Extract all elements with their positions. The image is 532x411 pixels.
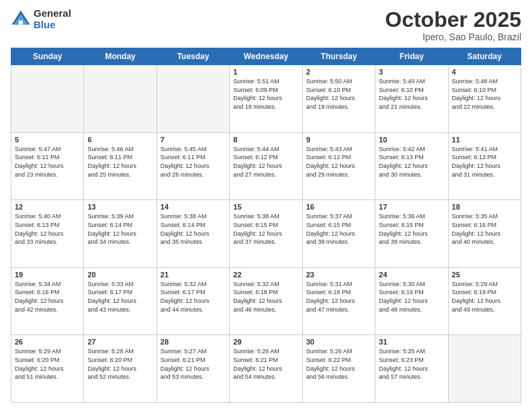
table-row: 17Sunrise: 5:36 AM Sunset: 6:15 PM Dayli… xyxy=(375,200,448,268)
day-number: 7 xyxy=(161,136,226,144)
day-number: 24 xyxy=(379,271,444,279)
day-number: 20 xyxy=(87,271,152,279)
table-row xyxy=(157,65,229,133)
table-row: 9Sunrise: 5:43 AM Sunset: 6:12 PM Daylig… xyxy=(302,132,375,200)
day-info: Sunrise: 5:50 AM Sunset: 6:10 PM Dayligh… xyxy=(306,77,371,111)
calendar-table: Sunday Monday Tuesday Wednesday Thursday… xyxy=(11,48,521,403)
weekday-header-row: Sunday Monday Tuesday Wednesday Thursday… xyxy=(11,48,521,65)
day-number: 12 xyxy=(15,203,80,211)
day-info: Sunrise: 5:35 AM Sunset: 6:16 PM Dayligh… xyxy=(452,212,517,246)
day-number: 14 xyxy=(161,203,226,211)
day-number: 5 xyxy=(15,136,80,144)
day-info: Sunrise: 5:44 AM Sunset: 6:12 PM Dayligh… xyxy=(233,145,298,179)
table-row: 21Sunrise: 5:32 AM Sunset: 6:17 PM Dayli… xyxy=(157,267,229,335)
logo-text: General Blue xyxy=(34,8,71,30)
title-location: Ipero, Sao Paulo, Brazil xyxy=(385,32,521,42)
day-number: 10 xyxy=(379,136,444,144)
header: General Blue October 2025 Ipero, Sao Pau… xyxy=(11,8,521,42)
day-number: 3 xyxy=(379,68,444,76)
day-info: Sunrise: 5:49 AM Sunset: 6:10 PM Dayligh… xyxy=(379,77,444,111)
table-row: 6Sunrise: 5:46 AM Sunset: 6:11 PM Daylig… xyxy=(84,132,157,200)
day-number: 2 xyxy=(306,68,371,76)
day-info: Sunrise: 5:38 AM Sunset: 6:15 PM Dayligh… xyxy=(233,212,298,246)
day-info: Sunrise: 5:27 AM Sunset: 6:21 PM Dayligh… xyxy=(161,347,226,381)
header-sunday: Sunday xyxy=(11,48,84,65)
table-row: 14Sunrise: 5:38 AM Sunset: 6:14 PM Dayli… xyxy=(157,200,229,268)
day-number: 6 xyxy=(87,136,152,144)
table-row: 2Sunrise: 5:50 AM Sunset: 6:10 PM Daylig… xyxy=(302,65,375,133)
day-info: Sunrise: 5:25 AM Sunset: 6:23 PM Dayligh… xyxy=(379,347,444,381)
day-number: 4 xyxy=(452,68,517,76)
table-row: 25Sunrise: 5:29 AM Sunset: 6:19 PM Dayli… xyxy=(448,267,521,335)
table-row: 19Sunrise: 5:34 AM Sunset: 6:16 PM Dayli… xyxy=(11,267,84,335)
day-info: Sunrise: 5:29 AM Sunset: 6:20 PM Dayligh… xyxy=(15,347,80,381)
day-number: 15 xyxy=(233,203,298,211)
table-row xyxy=(11,65,84,133)
day-info: Sunrise: 5:32 AM Sunset: 6:18 PM Dayligh… xyxy=(233,280,298,314)
table-row: 16Sunrise: 5:37 AM Sunset: 6:15 PM Dayli… xyxy=(302,200,375,268)
page: General Blue October 2025 Ipero, Sao Pau… xyxy=(0,0,532,411)
day-info: Sunrise: 5:45 AM Sunset: 6:11 PM Dayligh… xyxy=(161,145,226,179)
day-number: 26 xyxy=(15,338,80,346)
day-number: 18 xyxy=(452,203,517,211)
day-number: 16 xyxy=(306,203,371,211)
header-thursday: Thursday xyxy=(302,48,375,65)
day-info: Sunrise: 5:37 AM Sunset: 6:15 PM Dayligh… xyxy=(306,212,371,246)
day-info: Sunrise: 5:36 AM Sunset: 6:15 PM Dayligh… xyxy=(379,212,444,246)
day-info: Sunrise: 5:43 AM Sunset: 6:12 PM Dayligh… xyxy=(306,145,371,179)
logo-blue-text: Blue xyxy=(34,19,71,31)
day-number: 31 xyxy=(379,338,444,346)
day-info: Sunrise: 5:51 AM Sunset: 6:09 PM Dayligh… xyxy=(233,77,298,111)
day-number: 28 xyxy=(161,338,226,346)
table-row: 27Sunrise: 5:28 AM Sunset: 6:20 PM Dayli… xyxy=(84,335,157,403)
day-number: 29 xyxy=(233,338,298,346)
table-row: 24Sunrise: 5:30 AM Sunset: 6:19 PM Dayli… xyxy=(375,267,448,335)
logo-icon xyxy=(11,9,31,30)
table-row: 26Sunrise: 5:29 AM Sunset: 6:20 PM Dayli… xyxy=(11,335,84,403)
week-row-2: 12Sunrise: 5:40 AM Sunset: 6:13 PM Dayli… xyxy=(11,200,521,268)
title-month: October 2025 xyxy=(385,8,521,32)
day-number: 19 xyxy=(15,271,80,279)
table-row: 1Sunrise: 5:51 AM Sunset: 6:09 PM Daylig… xyxy=(230,65,302,133)
header-tuesday: Tuesday xyxy=(157,48,229,65)
day-number: 25 xyxy=(452,271,517,279)
svg-rect-2 xyxy=(19,20,23,24)
week-row-4: 26Sunrise: 5:29 AM Sunset: 6:20 PM Dayli… xyxy=(11,335,521,403)
week-row-3: 19Sunrise: 5:34 AM Sunset: 6:16 PM Dayli… xyxy=(11,267,521,335)
day-info: Sunrise: 5:46 AM Sunset: 6:11 PM Dayligh… xyxy=(87,145,152,179)
table-row: 30Sunrise: 5:26 AM Sunset: 6:22 PM Dayli… xyxy=(302,335,375,403)
day-info: Sunrise: 5:33 AM Sunset: 6:17 PM Dayligh… xyxy=(87,280,152,314)
day-info: Sunrise: 5:48 AM Sunset: 6:10 PM Dayligh… xyxy=(452,77,517,111)
day-info: Sunrise: 5:42 AM Sunset: 6:13 PM Dayligh… xyxy=(379,145,444,179)
day-info: Sunrise: 5:32 AM Sunset: 6:17 PM Dayligh… xyxy=(161,280,226,314)
table-row: 3Sunrise: 5:49 AM Sunset: 6:10 PM Daylig… xyxy=(375,65,448,133)
table-row: 7Sunrise: 5:45 AM Sunset: 6:11 PM Daylig… xyxy=(157,132,229,200)
table-row: 22Sunrise: 5:32 AM Sunset: 6:18 PM Dayli… xyxy=(230,267,302,335)
week-row-1: 5Sunrise: 5:47 AM Sunset: 6:11 PM Daylig… xyxy=(11,132,521,200)
day-number: 8 xyxy=(233,136,298,144)
title-area: October 2025 Ipero, Sao Paulo, Brazil xyxy=(385,8,521,42)
table-row: 28Sunrise: 5:27 AM Sunset: 6:21 PM Dayli… xyxy=(157,335,229,403)
day-info: Sunrise: 5:34 AM Sunset: 6:16 PM Dayligh… xyxy=(15,280,80,314)
table-row xyxy=(448,335,521,403)
table-row: 18Sunrise: 5:35 AM Sunset: 6:16 PM Dayli… xyxy=(448,200,521,268)
day-number: 1 xyxy=(233,68,298,76)
logo-general-text: General xyxy=(34,8,71,19)
day-number: 17 xyxy=(379,203,444,211)
day-info: Sunrise: 5:28 AM Sunset: 6:20 PM Dayligh… xyxy=(87,347,152,381)
table-row: 31Sunrise: 5:25 AM Sunset: 6:23 PM Dayli… xyxy=(375,335,448,403)
day-number: 9 xyxy=(306,136,371,144)
table-row: 23Sunrise: 5:31 AM Sunset: 6:18 PM Dayli… xyxy=(302,267,375,335)
day-info: Sunrise: 5:39 AM Sunset: 6:14 PM Dayligh… xyxy=(87,212,152,246)
table-row: 4Sunrise: 5:48 AM Sunset: 6:10 PM Daylig… xyxy=(448,65,521,133)
day-info: Sunrise: 5:41 AM Sunset: 6:13 PM Dayligh… xyxy=(452,145,517,179)
header-saturday: Saturday xyxy=(448,48,521,65)
logo: General Blue xyxy=(11,8,71,30)
day-info: Sunrise: 5:26 AM Sunset: 6:22 PM Dayligh… xyxy=(306,347,371,381)
table-row: 15Sunrise: 5:38 AM Sunset: 6:15 PM Dayli… xyxy=(230,200,302,268)
day-number: 27 xyxy=(87,338,152,346)
day-info: Sunrise: 5:26 AM Sunset: 6:21 PM Dayligh… xyxy=(233,347,298,381)
header-wednesday: Wednesday xyxy=(230,48,302,65)
table-row: 10Sunrise: 5:42 AM Sunset: 6:13 PM Dayli… xyxy=(375,132,448,200)
table-row: 29Sunrise: 5:26 AM Sunset: 6:21 PM Dayli… xyxy=(230,335,302,403)
